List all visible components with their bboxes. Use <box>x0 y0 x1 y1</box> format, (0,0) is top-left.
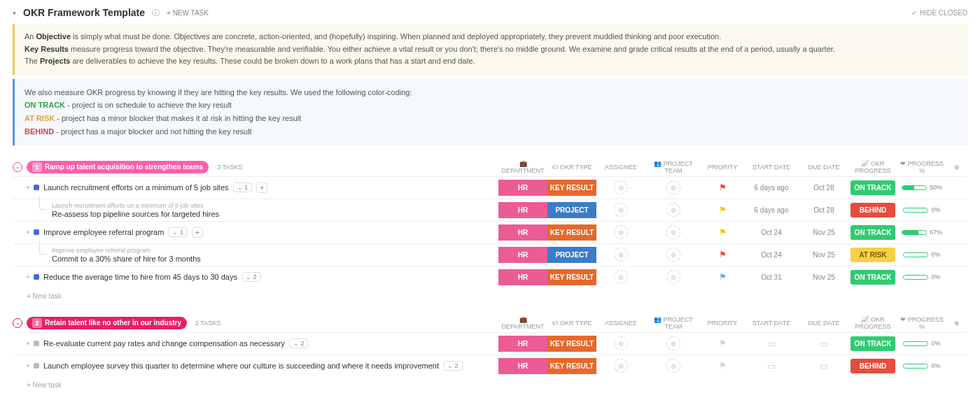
subtask-count-badge[interactable]: ⌄ 1 <box>168 227 188 237</box>
priority-flag-icon[interactable]: ⚑ <box>719 227 727 237</box>
new-task-row-button[interactable]: + New task <box>13 377 967 393</box>
okr-type-badge[interactable]: PROJECT <box>547 202 596 218</box>
priority-flag-icon[interactable]: ⚑ <box>719 205 727 215</box>
assignee-placeholder-icon[interactable]: ⊕ <box>614 336 628 350</box>
okr-type-badge[interactable]: KEY RESULT <box>547 224 596 241</box>
team-placeholder-icon[interactable]: ⊕ <box>666 336 680 350</box>
status-square-icon[interactable] <box>34 185 39 190</box>
task-row[interactable]: Launch employee survey this quarter to d… <box>13 361 498 371</box>
calendar-icon[interactable]: ▭ <box>767 361 776 371</box>
okr-progress-badge[interactable]: ON TRACK <box>850 225 895 240</box>
priority-flag-icon[interactable]: ⚑ <box>719 272 727 282</box>
okr-progress-badge[interactable]: ON TRACK <box>850 270 895 285</box>
department-badge[interactable]: HR <box>498 269 547 285</box>
okr-progress-badge[interactable]: AT RISK <box>850 248 895 262</box>
department-badge[interactable]: HR <box>498 224 547 241</box>
calendar-icon[interactable]: ▭ <box>767 338 776 349</box>
due-date-cell[interactable]: Nov 25 <box>799 251 848 259</box>
okr-type-badge[interactable]: PROJECT <box>547 247 596 263</box>
objective-pill[interactable]: 1 Ramp up talent acquisition to strength… <box>27 161 209 173</box>
task-row[interactable]: Reduce the average time to hire from 45 … <box>13 272 498 282</box>
task-row-subtask[interactable]: Launch recruitment efforts on a minimum … <box>13 202 498 218</box>
new-task-button[interactable]: + NEW TASK <box>167 9 209 17</box>
progress-percent[interactable]: 0% <box>897 362 946 369</box>
department-badge[interactable]: HR <box>498 247 547 263</box>
assignee-placeholder-icon[interactable]: ⊕ <box>614 270 628 284</box>
team-placeholder-icon[interactable]: ⊕ <box>666 359 680 373</box>
progress-percent[interactable]: 0% <box>897 273 946 280</box>
status-square-icon[interactable] <box>34 363 39 369</box>
progress-percent[interactable]: 50% <box>897 184 946 191</box>
due-date-cell[interactable]: ▭ <box>799 338 848 349</box>
task-row-subtask[interactable]: Improve employee referral program Commit… <box>13 247 498 263</box>
drag-handle-icon[interactable] <box>27 364 29 367</box>
priority-flag-icon[interactable]: ⚑ <box>719 338 727 348</box>
okr-type-badge[interactable]: KEY RESULT <box>547 358 596 374</box>
start-date-cell[interactable]: Oct 24 <box>743 251 799 259</box>
okr-progress-badge[interactable]: BEHIND <box>850 359 895 373</box>
section-toggle-icon[interactable]: ⌄ <box>13 318 22 328</box>
progress-percent[interactable]: 0% <box>897 340 946 347</box>
info-icon[interactable]: ⓘ <box>152 8 160 18</box>
drag-handle-icon[interactable] <box>27 342 29 345</box>
okr-progress-badge[interactable]: ON TRACK <box>850 336 895 351</box>
team-placeholder-icon[interactable]: ⊕ <box>666 225 680 239</box>
due-date-cell[interactable]: Oct 28 <box>799 184 848 192</box>
assignee-placeholder-icon[interactable]: ⊕ <box>614 203 628 217</box>
subtask-count-badge[interactable]: ⌄ 2 <box>289 338 309 348</box>
okr-type-badge[interactable]: KEY RESULT <box>547 180 596 196</box>
due-date-cell[interactable]: Nov 25 <box>799 229 848 236</box>
department-badge[interactable]: HR <box>498 202 547 218</box>
new-task-row-button[interactable]: + New task <box>13 288 967 304</box>
progress-percent[interactable]: 67% <box>897 229 946 236</box>
objective-pill[interactable]: 2 Retain talent like no other in our ind… <box>27 317 187 329</box>
okr-type-badge[interactable]: KEY RESULT <box>547 269 596 285</box>
start-date-cell[interactable]: ▭ <box>743 338 799 349</box>
add-column-icon[interactable]: ⊕ <box>946 164 967 171</box>
department-badge[interactable]: HR <box>498 358 547 374</box>
due-date-cell[interactable]: ▭ <box>799 361 848 371</box>
progress-percent[interactable]: 0% <box>897 206 946 213</box>
hide-closed-toggle[interactable]: ✓ HIDE CLOSED <box>911 9 967 17</box>
section-toggle-icon[interactable]: ⌄ <box>13 162 22 172</box>
calendar-icon[interactable]: ▭ <box>820 361 828 371</box>
subtask-count-badge[interactable]: ⌄ 2 <box>443 361 463 371</box>
team-placeholder-icon[interactable]: ⊕ <box>666 248 680 262</box>
drag-handle-icon[interactable] <box>27 276 29 278</box>
add-subtask-button[interactable]: + <box>256 183 267 193</box>
okr-progress-badge[interactable]: BEHIND <box>850 203 895 217</box>
okr-type-badge[interactable]: KEY RESULT <box>547 336 596 352</box>
subtask-count-badge[interactable]: ⌄ 1 <box>233 183 253 192</box>
add-subtask-button[interactable]: + <box>192 227 203 238</box>
task-row[interactable]: Launch recruitment efforts on a minimum … <box>13 183 498 193</box>
status-square-icon[interactable] <box>34 341 39 346</box>
priority-flag-icon[interactable]: ⚑ <box>719 183 727 192</box>
start-date-cell[interactable]: 6 days ago <box>743 184 799 192</box>
assignee-placeholder-icon[interactable]: ⊕ <box>614 180 628 194</box>
progress-percent[interactable]: 0% <box>897 251 946 258</box>
subtask-count-badge[interactable]: ⌄ 2 <box>241 272 261 282</box>
assignee-placeholder-icon[interactable]: ⊕ <box>614 248 628 262</box>
due-date-cell[interactable]: Oct 28 <box>799 206 848 214</box>
priority-flag-icon[interactable]: ⚑ <box>719 250 727 259</box>
department-badge[interactable]: HR <box>498 336 547 352</box>
start-date-cell[interactable]: 6 days ago <box>743 206 799 214</box>
start-date-cell[interactable]: Oct 31 <box>743 273 799 281</box>
drag-handle-icon[interactable] <box>27 231 29 234</box>
add-column-icon[interactable]: ⊕ <box>946 320 967 327</box>
start-date-cell[interactable]: Oct 24 <box>743 229 799 236</box>
assignee-placeholder-icon[interactable]: ⊕ <box>614 359 628 373</box>
task-row[interactable]: Improve employee referral program ⌄ 1 + <box>13 227 498 238</box>
due-date-cell[interactable]: Nov 25 <box>799 273 848 281</box>
start-date-cell[interactable]: ▭ <box>743 361 799 371</box>
status-square-icon[interactable] <box>34 229 39 235</box>
assignee-placeholder-icon[interactable]: ⊕ <box>614 225 628 239</box>
status-square-icon[interactable] <box>34 274 39 280</box>
team-placeholder-icon[interactable]: ⊕ <box>666 270 680 284</box>
okr-progress-badge[interactable]: ON TRACK <box>850 180 895 195</box>
team-placeholder-icon[interactable]: ⊕ <box>666 180 680 194</box>
calendar-icon[interactable]: ▭ <box>820 338 828 349</box>
team-placeholder-icon[interactable]: ⊕ <box>666 203 680 217</box>
department-badge[interactable]: HR <box>498 180 547 196</box>
task-row[interactable]: Re-evaluate current pay rates and change… <box>13 338 498 348</box>
